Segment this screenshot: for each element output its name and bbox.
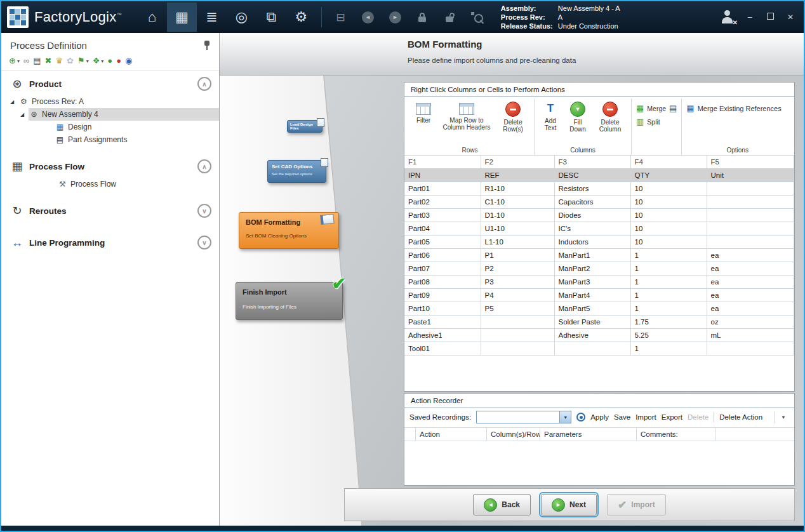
grid-cell[interactable]: Part07 (404, 262, 481, 276)
grid-cell[interactable]: U1-10 (481, 222, 554, 236)
grid-cell[interactable]: C1-10 (481, 196, 554, 209)
save-recording-link[interactable]: Save (614, 413, 630, 421)
workflow-step-bom-formatting[interactable]: BOM Formatting Set BOM Cleaning Options (239, 212, 339, 249)
grid-cell[interactable]: ManPart1 (554, 249, 630, 262)
grid-cell[interactable] (481, 329, 554, 342)
home-icon[interactable]: ⌂ (137, 3, 167, 32)
grid-cell[interactable]: P5 (481, 302, 554, 316)
status-red-icon[interactable]: ● (116, 56, 121, 66)
grid-cell[interactable]: Capacitors (554, 196, 630, 209)
section-process-flow[interactable]: ▦ Process Flow ∧ (1, 154, 219, 178)
grid-cell[interactable]: mL (707, 329, 794, 342)
grid-row[interactable]: Part03D1-10Diodes10 (404, 209, 794, 222)
grid-cell[interactable]: ManPart3 (554, 276, 630, 289)
grid-cell[interactable]: ea (707, 276, 794, 289)
grid-cell[interactable]: QTY (630, 169, 707, 182)
collapse-arrow-icon[interactable]: ∧ (197, 77, 211, 91)
library-icon[interactable]: ≣ (197, 3, 227, 32)
grid-cell[interactable]: Part06 (404, 249, 481, 262)
grid-cell[interactable] (554, 342, 630, 356)
close-button[interactable]: ✕ (785, 13, 796, 22)
section-line-programming[interactable]: ↔ Line Programming ∨ (1, 230, 219, 254)
grid-cell[interactable]: P1 (481, 249, 554, 262)
flag-icon[interactable]: ⚑ (77, 56, 85, 66)
minimize-button[interactable]: – (744, 13, 755, 22)
grid-cell[interactable]: IPN (404, 169, 481, 182)
delete-action-link[interactable]: Delete Action (719, 413, 762, 421)
grid-cell[interactable]: Part01 (404, 182, 481, 196)
grid-row[interactable]: Part04U1-10IC's10 (404, 222, 794, 236)
grid-cell[interactable] (707, 222, 794, 236)
grid-row[interactable]: Tool011 (404, 342, 794, 356)
add-text-button[interactable]: T Add Text (540, 102, 561, 131)
grid-cell[interactable]: 1 (630, 276, 707, 289)
grid-cell[interactable]: Adhesive1 (404, 329, 481, 342)
delete-rows-button[interactable]: Delete Row(s) (497, 102, 529, 133)
back-button[interactable]: ◄ Back (473, 494, 531, 515)
grid-cell[interactable]: P4 (481, 289, 554, 302)
grid-cell[interactable]: Resistors (554, 182, 630, 196)
grid-cell[interactable]: ea (707, 249, 794, 262)
grid-cell[interactable] (707, 236, 794, 249)
documents-icon[interactable]: ⧉ (256, 3, 286, 32)
grid-cell[interactable]: Solder Paste (554, 316, 630, 329)
compare-icon[interactable]: ✖ (45, 56, 52, 66)
grid-cell[interactable]: ea (707, 302, 794, 316)
unlock-icon[interactable] (436, 4, 463, 30)
grid-cell[interactable]: REF (481, 169, 554, 182)
grid-row[interactable]: Part02C1-10Capacitors10 (404, 196, 794, 209)
grid-cell[interactable]: ea (707, 289, 794, 302)
grid-cell[interactable]: Part10 (404, 302, 481, 316)
combo-dropdown-icon[interactable]: ▼ (559, 411, 571, 423)
status-green-icon[interactable]: ● (107, 56, 112, 66)
section-product[interactable]: ⊛ Product ∧ (1, 71, 219, 95)
grid-cell[interactable]: Paste1 (404, 316, 481, 329)
grid-row[interactable]: Part08P3ManPart31ea (404, 276, 794, 289)
collapse-arrow-icon[interactable]: ∧ (197, 159, 211, 173)
grid-cell[interactable]: 1 (630, 289, 707, 302)
import-button[interactable]: ✔ Import (607, 494, 666, 515)
dropdown-caret-icon[interactable]: ▾ (17, 58, 20, 64)
grid-cell[interactable]: L1-10 (481, 236, 554, 249)
grid-cell[interactable]: 5.25 (630, 329, 707, 342)
grid-cell[interactable]: R1-10 (481, 182, 554, 196)
recorder-column-header[interactable]: Parameters (540, 428, 637, 441)
process-definition-icon[interactable]: ▦ (167, 3, 197, 32)
grid-row[interactable]: Part06P1ManPart11ea (404, 249, 794, 262)
recorder-more-dropdown-icon[interactable]: ▼ (775, 411, 789, 423)
grid-cell[interactable]: DESC (554, 169, 630, 182)
grid-cell[interactable]: F3 (554, 156, 630, 169)
flower-icon[interactable]: ✿ (67, 56, 74, 66)
grid-cell[interactable]: Tool01 (404, 342, 481, 356)
workflow-step-finish-import[interactable]: Finish Import Finish Importing of Files … (236, 282, 343, 320)
grid-cell[interactable] (481, 316, 554, 329)
navigator-icon[interactable]: ◎ (227, 3, 256, 32)
filter-button[interactable]: Filter (411, 102, 436, 124)
grid-cell[interactable]: ManPart4 (554, 289, 630, 302)
grid-cell[interactable]: 1 (630, 302, 707, 316)
grid-row[interactable]: IPNREFDESCQTYUnit (404, 169, 794, 182)
grid-cell[interactable]: 10 (630, 182, 707, 196)
award-icon[interactable]: ♛ (55, 56, 63, 66)
grid-cell[interactable]: ea (707, 262, 794, 276)
grid-cell[interactable] (707, 342, 794, 356)
org-chart-search-icon[interactable] (463, 4, 491, 30)
tree-item-part-assignments[interactable]: ▤ Part Assignments (1, 133, 219, 146)
link-icon[interactable]: ∞ (23, 56, 29, 66)
fill-down-button[interactable]: ▼ Fill Down (565, 102, 590, 133)
grid-cell[interactable]: 10 (630, 209, 707, 222)
grid-cell[interactable]: 10 (630, 196, 707, 209)
layers-icon[interactable]: ❖ (93, 56, 100, 66)
saved-recordings-combobox[interactable]: ▼ (476, 411, 571, 423)
grid-cell[interactable]: Part05 (404, 236, 481, 249)
grid-cell[interactable]: P3 (481, 276, 554, 289)
section-reroutes[interactable]: ↻ Reroutes ∨ (1, 198, 219, 222)
status-blue-icon[interactable]: ◉ (125, 56, 132, 66)
recorder-column-header[interactable]: Column(s)/Row(s)... (487, 428, 540, 441)
selected-tree-row[interactable]: ⊛ New Assembly 4 (29, 108, 219, 121)
grid-cell[interactable]: 1.75 (630, 316, 707, 329)
map-row-to-column-headers-button[interactable]: Map Row to Column Headers (440, 102, 493, 131)
back-nav-icon[interactable]: ◄ (354, 4, 382, 30)
save-icon[interactable]: ⊟ (327, 4, 354, 30)
delete-column-button[interactable]: Delete Column (594, 102, 626, 133)
